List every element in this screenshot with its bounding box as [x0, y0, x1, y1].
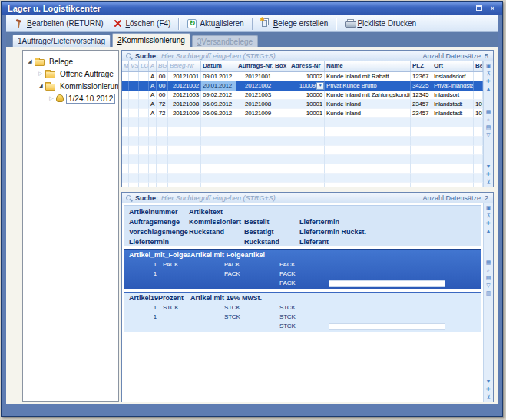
- grid-cell[interactable]: 12345: [411, 91, 432, 100]
- title-bar[interactable]: Lager u. Logistikcenter ×: [2, 2, 502, 15]
- grid-cell[interactable]: 23457: [411, 109, 432, 118]
- grid-cell[interactable]: [273, 72, 289, 81]
- grid-cell[interactable]: [139, 81, 149, 91]
- column-header-adress-nr[interactable]: Adress-Nr: [289, 61, 325, 71]
- grid-cell[interactable]: Kunde Inland mit Zahlungskondition: [325, 91, 411, 100]
- grid-cell[interactable]: 20121008: [236, 100, 273, 109]
- column-header-lo[interactable]: LO: [139, 61, 149, 71]
- grid-cell[interactable]: [129, 100, 139, 109]
- tab-auftraege-liefervorschlag[interactable]: 1 Aufträge/Liefervorschlag: [12, 35, 111, 47]
- grid-cell[interactable]: 00: [157, 81, 168, 91]
- grid-cell[interactable]: Kunde Inland: [325, 109, 411, 118]
- collapsed-arrow-icon[interactable]: ▷: [37, 71, 45, 77]
- grid-cell[interactable]: A: [149, 109, 157, 118]
- grid-cell[interactable]: [129, 109, 139, 118]
- grid-cell[interactable]: [273, 109, 289, 118]
- grid-cell[interactable]: [122, 91, 129, 100]
- scroll-bottom-icon[interactable]: ⊻: [485, 178, 493, 186]
- grid-cell[interactable]: [122, 72, 129, 81]
- table-row[interactable]: A722012100806.09.20122012100810001Kunde …: [122, 100, 483, 109]
- delete-button[interactable]: Löschen (F4): [107, 17, 175, 31]
- column-header-auftrags-nr-[interactable]: Auftrags-Nr.: [236, 61, 273, 71]
- list-icon[interactable]: ▤: [485, 274, 493, 282]
- expanded-arrow-icon[interactable]: ◢: [37, 83, 45, 89]
- grid-cell[interactable]: 12367: [411, 72, 432, 81]
- grid-cell[interactable]: 20121001: [236, 72, 273, 81]
- grid-cell[interactable]: 10001: [289, 100, 325, 109]
- grid-cell[interactable]: 34225: [411, 81, 432, 91]
- refresh-button[interactable]: ↻Aktualisieren: [182, 17, 248, 31]
- column-chooser-icon[interactable]: ▣: [485, 62, 493, 70]
- grid-cell[interactable]: 20121003: [236, 91, 273, 100]
- grid-cell[interactable]: 06.09.2012: [201, 109, 236, 118]
- grid-cell[interactable]: [122, 109, 129, 118]
- filter-icon[interactable]: ▽: [485, 131, 493, 139]
- column-header-m[interactable]: M: [122, 61, 129, 71]
- grid-cell[interactable]: 10009▼: [289, 81, 325, 91]
- grid-cell[interactable]: [122, 100, 129, 109]
- grid-cell[interactable]: [273, 91, 289, 100]
- grid-cell[interactable]: 105: [474, 109, 483, 118]
- close-window-button[interactable]: ×: [487, 4, 498, 13]
- grid-cell[interactable]: 105: [474, 100, 483, 109]
- table-row[interactable]: A002012100309.02.20122012100310000Kunde …: [122, 91, 483, 100]
- list-icon[interactable]: ▤: [485, 124, 493, 131]
- grid-cell[interactable]: [129, 81, 139, 91]
- article-record[interactable]: Artikel19ProzentArtikel mit 19% MwSt.1ST…: [124, 292, 481, 332]
- insert-icon[interactable]: ✚: [485, 220, 493, 227]
- positions-search-input[interactable]: Hier Suchbegriff eingeben (STRG+S): [161, 194, 422, 202]
- grid-cell[interactable]: 09.02.2012: [201, 91, 236, 100]
- grid-cell[interactable]: 20.01.2012: [201, 81, 236, 91]
- grid-cell[interactable]: 10001: [289, 109, 325, 118]
- copy-icon[interactable]: ▥: [485, 289, 493, 297]
- table-icon[interactable]: ▦: [485, 259, 493, 266]
- grid-cell[interactable]: A: [149, 72, 157, 81]
- grid-cell[interactable]: [129, 72, 139, 81]
- insert-icon[interactable]: ✚: [485, 385, 493, 393]
- scroll-down-icon[interactable]: ▼: [485, 163, 493, 170]
- column-header-datum[interactable]: Datum: [201, 61, 236, 71]
- grid-cell[interactable]: 09.01.2012: [201, 72, 236, 81]
- grid-cell[interactable]: [139, 100, 149, 109]
- orders-search-input[interactable]: Hier Suchbegriff eingeben (STRG+S): [161, 52, 422, 60]
- table-row[interactable]: A002012100220.01.20122012100210009▼Priva…: [122, 81, 483, 91]
- grid-cell[interactable]: [139, 109, 149, 118]
- grid-cell[interactable]: 10002: [289, 72, 325, 81]
- grid-cell[interactable]: [122, 81, 129, 91]
- column-header-vs[interactable]: VS: [129, 61, 139, 71]
- grid-cell[interactable]: 20121002: [168, 81, 201, 91]
- column-header-bg[interactable]: BG: [157, 61, 168, 71]
- tree-item-kommissionierung[interactable]: ◢Kommissionierung: [23, 80, 118, 92]
- expanded-arrow-icon[interactable]: ◢: [26, 58, 34, 64]
- restore-window-button[interactable]: [473, 4, 485, 13]
- insert-icon[interactable]: ✚: [485, 170, 493, 178]
- collapsed-arrow-icon[interactable]: ▷: [48, 95, 55, 101]
- grid-cell[interactable]: 10000: [289, 91, 325, 100]
- grid-cell[interactable]: 20121009: [236, 109, 273, 118]
- grid-cell[interactable]: Inslandsdorf: [432, 72, 474, 81]
- grid-cell[interactable]: A: [149, 100, 157, 109]
- grid-cell[interactable]: 20121009: [168, 109, 201, 118]
- column-chooser-icon[interactable]: ▣: [485, 204, 493, 212]
- grid-cell[interactable]: [129, 91, 139, 100]
- column-header-bel[interactable]: Bel: [474, 61, 483, 71]
- grid-cell[interactable]: 20121002: [236, 81, 273, 91]
- scroll-down-icon[interactable]: ▼: [485, 378, 493, 385]
- grid-cell[interactable]: A: [149, 81, 157, 91]
- lieferant-field[interactable]: [329, 323, 445, 330]
- grid-cell[interactable]: 23457: [411, 100, 432, 109]
- column-header-ort[interactable]: Ort: [432, 61, 474, 71]
- grid-cell[interactable]: 20121003: [168, 91, 201, 100]
- scroll-up-icon[interactable]: ▲: [485, 85, 493, 93]
- column-header-a[interactable]: A: [149, 61, 157, 71]
- grid-cell[interactable]: [474, 91, 483, 100]
- magnifier-icon[interactable]: ⌕: [485, 266, 493, 274]
- grid-cell[interactable]: A: [149, 91, 157, 100]
- dropdown-button[interactable]: ▼: [316, 82, 324, 90]
- grid-cell[interactable]: [139, 91, 149, 100]
- edit-button[interactable]: Bearbeiten (RETURN): [9, 17, 107, 31]
- scroll-bottom-icon[interactable]: ⊻: [485, 393, 493, 401]
- grid-cell[interactable]: Inlandstadt: [432, 100, 474, 109]
- column-header-name[interactable]: Name: [325, 61, 411, 71]
- create-documents-button[interactable]: ✱Belege erstellen: [256, 17, 333, 31]
